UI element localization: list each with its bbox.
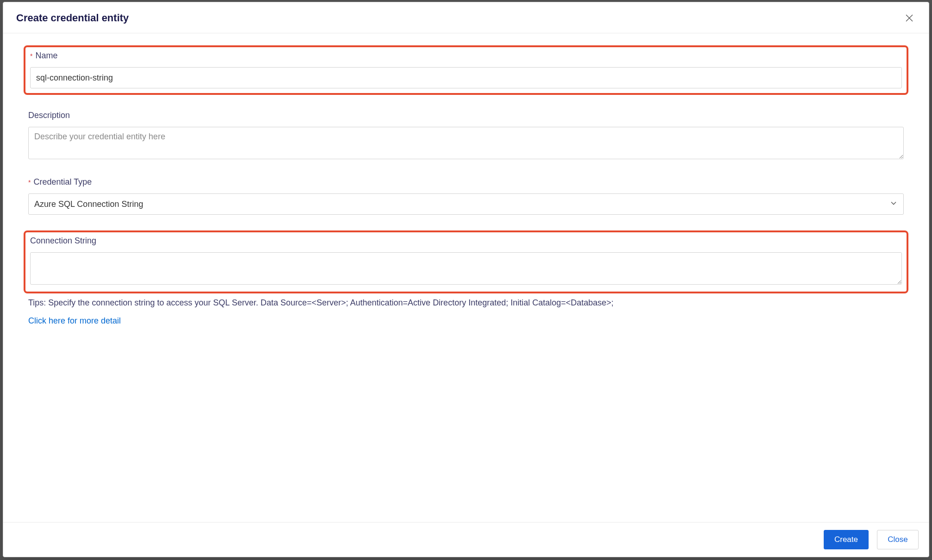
tips-text: Tips: Specify the connection string to a… <box>28 298 904 308</box>
name-label-text: Name <box>35 51 57 60</box>
description-label: Description <box>28 111 904 120</box>
credential-type-selected-value: Azure SQL Connection String <box>34 199 143 209</box>
name-field-group: *Name <box>24 45 908 95</box>
required-asterisk-icon: * <box>30 52 32 60</box>
credential-type-label: *Credential Type <box>28 177 904 187</box>
more-detail-link[interactable]: Click here for more detail <box>28 316 121 326</box>
modal-footer: Create Close <box>3 522 929 557</box>
connection-string-input[interactable] <box>30 252 902 285</box>
modal-title: Create credential entity <box>16 12 129 24</box>
credential-type-label-text: Credential Type <box>33 177 92 187</box>
credential-type-field-group: *Credential Type Azure SQL Connection St… <box>28 177 904 215</box>
create-credential-modal: Create credential entity *Name Descripti… <box>3 2 929 557</box>
modal-body: *Name Description *Credential Type Azure… <box>3 33 929 522</box>
required-asterisk-icon: * <box>28 179 31 186</box>
name-label: *Name <box>30 51 904 61</box>
description-field-group: Description <box>28 111 904 162</box>
name-input[interactable] <box>30 67 902 88</box>
connection-string-label: Connection String <box>30 236 904 246</box>
close-icon[interactable] <box>903 12 916 25</box>
connection-string-field-group: Connection String <box>24 230 908 293</box>
create-button[interactable]: Create <box>824 530 869 549</box>
description-input[interactable] <box>28 127 904 159</box>
credential-type-select-wrap: Azure SQL Connection String <box>28 193 904 215</box>
close-button[interactable]: Close <box>877 530 919 549</box>
credential-type-select[interactable]: Azure SQL Connection String <box>28 193 904 215</box>
modal-header: Create credential entity <box>3 2 929 33</box>
